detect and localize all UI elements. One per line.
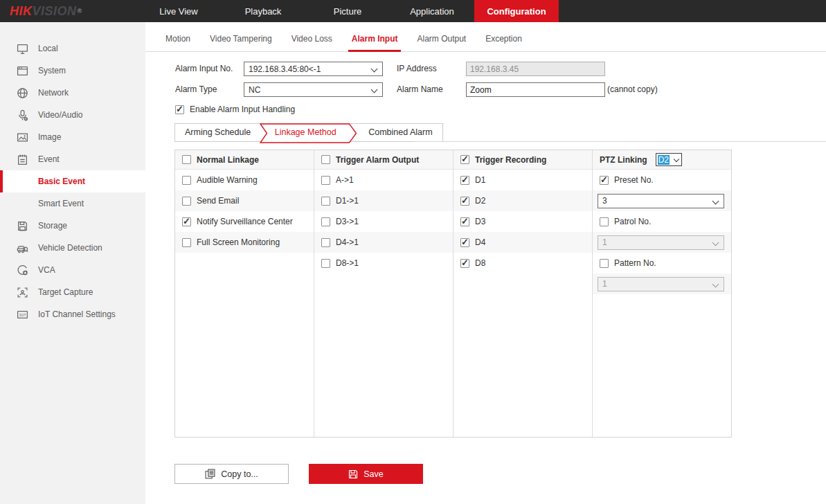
- checkbox-icon[interactable]: [600, 259, 609, 268]
- save-button[interactable]: Save: [309, 464, 423, 484]
- checkbox-icon[interactable]: [460, 238, 469, 247]
- row-label: D4: [475, 237, 485, 247]
- sidebar-item-vca[interactable]: VCA: [0, 259, 145, 281]
- tab-motion[interactable]: Motion: [156, 34, 200, 51]
- nav-application[interactable]: Application: [390, 0, 474, 22]
- checkbox-icon[interactable]: [600, 176, 609, 185]
- trigger-alarm-output-header[interactable]: Trigger Alarm Output: [314, 150, 453, 170]
- recording-channel-row[interactable]: D4: [454, 232, 592, 253]
- sidebar-item-storage[interactable]: Storage: [0, 215, 145, 237]
- full-screen-monitoring-row[interactable]: Full Screen Monitoring: [175, 232, 314, 253]
- recording-channel-row[interactable]: D1: [454, 170, 592, 190]
- recording-channel-row[interactable]: D2: [454, 190, 592, 211]
- checkbox-icon[interactable]: [321, 238, 330, 247]
- checkbox-icon[interactable]: [321, 197, 330, 206]
- sidebar-item-local[interactable]: Local: [0, 37, 145, 60]
- ptz-channel-select[interactable]: D2: [656, 153, 682, 166]
- checkbox-icon[interactable]: [460, 259, 469, 268]
- alarm-name-field[interactable]: [466, 82, 605, 97]
- sidebar-item-video-audio[interactable]: Video/Audio: [0, 104, 145, 126]
- nav-configuration[interactable]: Configuration: [474, 0, 559, 22]
- sidebar-item-vehicle-detection[interactable]: Vehicle Detection: [0, 237, 145, 259]
- checkbox-icon[interactable]: [182, 197, 191, 206]
- sidebar-item-label: Event: [38, 154, 60, 164]
- linkage-table: Normal Linkage Audible Warning Send Emai…: [174, 150, 732, 438]
- checkbox-icon[interactable]: [460, 176, 469, 185]
- subtab-arming-schedule[interactable]: Arming Schedule: [175, 124, 260, 141]
- alarm-output-row[interactable]: D3->1: [314, 211, 453, 232]
- row-label: D8->1: [336, 258, 359, 268]
- linkage-subtabs: Arming Schedule Linkage Method Combined …: [174, 123, 443, 142]
- tab-video-loss[interactable]: Video Loss: [282, 34, 342, 51]
- alarm-output-row[interactable]: D1->1: [314, 190, 453, 211]
- row-label: Pattern No.: [614, 258, 656, 268]
- sidebar: Local System Network Video/Audio Image E…: [0, 22, 145, 504]
- checkbox-icon[interactable]: [321, 217, 330, 226]
- send-email-row[interactable]: Send Email: [175, 190, 314, 211]
- checkbox-icon[interactable]: [182, 238, 191, 247]
- tab-alarm-output[interactable]: Alarm Output: [407, 34, 476, 51]
- subtab-linkage-method[interactable]: Linkage Method: [260, 124, 350, 141]
- enable-alarm-input-handling-label: Enable Alarm Input Handling: [190, 105, 295, 114]
- alarm-type-select[interactable]: NC: [244, 82, 383, 97]
- nav-playback[interactable]: Playback: [221, 0, 305, 22]
- sidebar-item-label: Vehicle Detection: [38, 243, 102, 253]
- checkbox-icon[interactable]: [182, 217, 191, 226]
- checkbox-icon[interactable]: [182, 176, 191, 185]
- nav-live-view[interactable]: Live View: [136, 0, 221, 22]
- enable-alarm-input-handling-row[interactable]: Enable Alarm Input Handling: [175, 105, 295, 114]
- sidebar-item-smart-event[interactable]: Smart Event: [0, 192, 145, 215]
- audible-warning-row[interactable]: Audible Warning: [175, 170, 314, 190]
- svg-text:IOT: IOT: [19, 312, 27, 316]
- tab-alarm-input[interactable]: Alarm Input: [342, 34, 408, 51]
- checkbox-icon[interactable]: [460, 155, 469, 164]
- alarm-input-no-label: Alarm Input No.: [175, 62, 251, 76]
- patrol-no-row[interactable]: Patrol No.: [593, 211, 731, 232]
- checkbox-icon[interactable]: [182, 155, 191, 164]
- trigger-alarm-output-column: Trigger Alarm Output A->1 D1->1 D3->1 D: [314, 150, 454, 437]
- alarm-input-no-select[interactable]: 192.168.3.45:80<-1: [244, 62, 383, 76]
- checkbox-icon[interactable]: [600, 217, 609, 226]
- sidebar-item-image[interactable]: Image: [0, 126, 145, 148]
- preset-no-select[interactable]: 3: [598, 194, 724, 208]
- trigger-recording-header[interactable]: Trigger Recording: [454, 150, 592, 170]
- subtab-linkage-method-label: Linkage Method: [275, 127, 336, 137]
- chevron-down-icon: [371, 66, 378, 73]
- subtab-combined-alarm[interactable]: Combined Alarm: [350, 124, 442, 141]
- notify-surveillance-center-row[interactable]: Notify Surveillance Center: [175, 211, 314, 232]
- preset-no-row[interactable]: Preset No.: [593, 170, 731, 190]
- sidebar-item-system[interactable]: System: [0, 60, 145, 82]
- alarm-output-row[interactable]: D4->1: [314, 232, 453, 253]
- checkbox-icon[interactable]: [175, 105, 184, 114]
- checkbox-icon[interactable]: [321, 176, 330, 185]
- recording-channel-row[interactable]: D3: [454, 211, 592, 232]
- sidebar-item-event[interactable]: Event: [0, 148, 145, 170]
- pattern-no-row[interactable]: Pattern No.: [593, 253, 731, 273]
- sidebar-item-target-capture[interactable]: Target Capture: [0, 281, 145, 303]
- tab-video-tampering[interactable]: Video Tampering: [200, 34, 282, 51]
- chevron-down-icon: [712, 280, 719, 287]
- sidebar-item-network[interactable]: Network: [0, 82, 145, 104]
- alarm-output-row[interactable]: A->1: [314, 170, 453, 190]
- normal-linkage-header[interactable]: Normal Linkage: [175, 150, 314, 170]
- checkbox-icon[interactable]: [321, 259, 330, 268]
- subtab-divider: [414, 141, 826, 142]
- alarm-output-row[interactable]: D8->1: [314, 253, 453, 273]
- checkbox-icon[interactable]: [460, 217, 469, 226]
- copy-to-button[interactable]: Copy to...: [174, 464, 289, 484]
- pattern-no-value: 1: [602, 279, 607, 289]
- row-label: D1: [475, 175, 485, 185]
- sidebar-item-basic-event[interactable]: Basic Event: [0, 170, 145, 192]
- event-tabs: Motion Video Tampering Video Loss Alarm …: [145, 22, 826, 52]
- tab-exception[interactable]: Exception: [476, 34, 532, 51]
- row-label: Notify Surveillance Center: [197, 217, 293, 226]
- sidebar-item-iot-channel-settings[interactable]: IOT IoT Channel Settings: [0, 303, 145, 325]
- checkbox-icon[interactable]: [321, 155, 330, 164]
- sidebar-item-label: Video/Audio: [38, 110, 83, 120]
- ptz-channel-value: D2: [658, 155, 670, 165]
- nav-picture[interactable]: Picture: [305, 0, 390, 22]
- registered-mark: ®: [78, 8, 82, 15]
- recording-channel-row[interactable]: D8: [454, 253, 592, 273]
- row-label: Send Email: [197, 196, 239, 206]
- checkbox-icon[interactable]: [460, 197, 469, 206]
